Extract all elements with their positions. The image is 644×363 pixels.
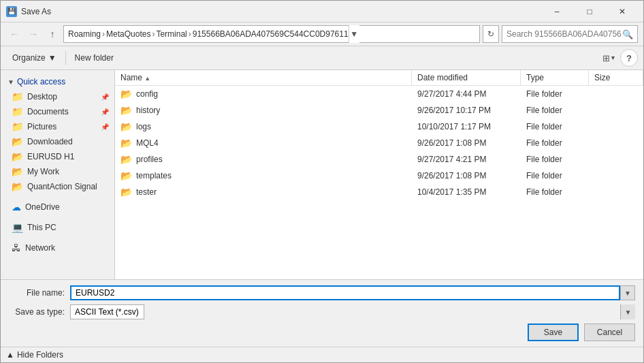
- file-size: [589, 125, 643, 128]
- table-row[interactable]: 📂 templates 9/26/2017 1:08 PM File folde…: [115, 168, 643, 184]
- breadcrumb-dropdown[interactable]: ▼: [349, 25, 359, 43]
- sidebar: ▼ Quick access 📁 Desktop 📌 📁 Documents 📌…: [1, 70, 115, 279]
- file-date: 10/10/2017 1:17 PM: [412, 121, 521, 133]
- savetype-arrow-icon: ▼: [620, 304, 635, 319]
- organize-label: Organize: [12, 53, 46, 63]
- breadcrumb-roaming: Roaming: [68, 29, 101, 39]
- quick-access-arrow: ▼: [7, 78, 14, 86]
- sidebar-divider-1: [1, 194, 114, 200]
- filename-input[interactable]: [70, 285, 620, 300]
- file-list-header: Name ▲ Date modified Type Size: [115, 70, 643, 86]
- quick-access-header[interactable]: ▼ Quick access: [1, 73, 114, 89]
- sidebar-item-desktop[interactable]: 📁 Desktop 📌: [1, 89, 114, 104]
- pictures-folder-icon: 📁: [12, 121, 23, 132]
- forward-button[interactable]: →: [25, 26, 42, 42]
- savetype-wrapper: ASCII Text (*.csv) ▼: [70, 304, 635, 319]
- file-name: tester: [136, 187, 157, 197]
- file-list: Name ▲ Date modified Type Size 📂 config: [115, 70, 643, 279]
- search-icon: 🔍: [622, 29, 633, 40]
- file-name: templates: [136, 171, 172, 180]
- sidebar-item-onedrive[interactable]: ☁ OneDrive: [1, 200, 114, 215]
- refresh-button[interactable]: ↻: [483, 25, 499, 43]
- file-date: 9/26/2017 1:08 PM: [412, 137, 521, 149]
- sidebar-item-network[interactable]: 🖧 Network: [1, 240, 114, 255]
- table-row[interactable]: 📂 MQL4 9/26/2017 1:08 PM File folder: [115, 135, 643, 151]
- breadcrumb-guid: 915566BA06ADA407569C544CC0D97611: [193, 29, 349, 39]
- save-as-dialog: 💾 Save As – □ ✕ ← → ↑ Roaming › MetaQuot…: [0, 0, 644, 363]
- close-button[interactable]: ✕: [607, 1, 638, 22]
- quantaction-folder-icon: 📂: [12, 181, 23, 192]
- new-folder-button[interactable]: New folder: [69, 51, 120, 65]
- file-date: 9/27/2017 4:21 PM: [412, 153, 521, 165]
- table-row[interactable]: 📂 history 9/26/2017 10:17 PM File folder: [115, 102, 643, 119]
- sidebar-item-thispc[interactable]: 💻 This PC: [1, 220, 114, 235]
- title-bar-controls: – □ ✕: [541, 1, 638, 22]
- file-type: File folder: [521, 153, 589, 165]
- help-button[interactable]: ?: [620, 49, 638, 67]
- file-size: [589, 142, 643, 144]
- sidebar-item-quantaction[interactable]: 📂 QuantAction Signal: [1, 179, 114, 194]
- search-bar[interactable]: 🔍: [502, 25, 638, 43]
- organize-button[interactable]: Organize ▼: [6, 51, 63, 65]
- table-row[interactable]: 📂 logs 10/10/2017 1:17 PM File folder: [115, 119, 643, 135]
- table-row[interactable]: 📂 profiles 9/27/2017 4:21 PM File folder: [115, 151, 643, 168]
- file-type: File folder: [521, 137, 589, 149]
- search-input[interactable]: [506, 29, 622, 39]
- sidebar-item-mywork[interactable]: 📂 My Work: [1, 164, 114, 179]
- eurusd-folder-icon: 📂: [12, 151, 23, 162]
- folder-icon: 📂: [120, 138, 132, 148]
- sidebar-item-pictures[interactable]: 📁 Pictures 📌: [1, 119, 114, 134]
- file-type: File folder: [521, 170, 589, 182]
- network-icon: 🖧: [12, 242, 21, 253]
- title-bar: 💾 Save As – □ ✕: [1, 1, 643, 22]
- file-type: File folder: [521, 104, 589, 116]
- sidebar-item-downloaded[interactable]: 📂 Downloaded: [1, 134, 114, 149]
- minimize-button[interactable]: –: [541, 1, 573, 22]
- window-title: Save As: [21, 7, 541, 16]
- back-button[interactable]: ←: [6, 26, 22, 42]
- file-type: File folder: [521, 186, 589, 198]
- up-button[interactable]: ↑: [44, 26, 61, 42]
- file-type: File folder: [521, 121, 589, 133]
- sidebar-item-documents[interactable]: 📁 Documents 📌: [1, 104, 114, 119]
- quantaction-label: QuantAction Signal: [27, 182, 97, 191]
- breadcrumb-metaquotes: MetaQuotes: [106, 29, 150, 39]
- pictures-label: Pictures: [27, 122, 57, 131]
- column-header-type[interactable]: Type: [521, 70, 589, 85]
- cancel-button[interactable]: Cancel: [584, 323, 635, 341]
- column-header-date[interactable]: Date modified: [412, 70, 521, 85]
- save-button[interactable]: Save: [528, 323, 579, 341]
- mywork-folder-icon: 📂: [12, 166, 23, 177]
- view-button[interactable]: ⊞ ▼: [601, 50, 617, 66]
- file-name: logs: [136, 122, 151, 131]
- column-header-name[interactable]: Name ▲: [115, 70, 412, 85]
- eurusd-label: EURUSD H1: [27, 152, 74, 161]
- window-icon: 💾: [6, 6, 17, 17]
- table-row[interactable]: 📂 config 9/27/2017 4:44 PM File folder: [115, 86, 643, 102]
- column-header-size[interactable]: Size: [589, 70, 643, 85]
- address-bar: ← → ↑ Roaming › MetaQuotes › Terminal › …: [1, 22, 643, 46]
- file-date: 9/26/2017 1:08 PM: [412, 170, 521, 182]
- sidebar-item-eurusd[interactable]: 📂 EURUSD H1: [1, 149, 114, 164]
- filename-dropdown-arrow[interactable]: ▼: [620, 285, 635, 300]
- hide-folders-row: ▲ Hide Folders: [1, 347, 643, 362]
- savetype-select[interactable]: ASCII Text (*.csv): [70, 304, 144, 319]
- documents-folder-icon: 📁: [12, 106, 23, 117]
- organize-arrow: ▼: [48, 53, 57, 63]
- hide-folders-button[interactable]: ▲ Hide Folders: [6, 350, 63, 360]
- documents-label: Documents: [27, 107, 69, 116]
- hide-folders-arrow-icon: ▲: [6, 350, 14, 360]
- bottom-area: File name: ▼ Save as type: ASCII Text (*…: [1, 279, 643, 347]
- file-name: history: [136, 106, 160, 115]
- file-size: [589, 158, 643, 161]
- maximize-button[interactable]: □: [574, 1, 605, 22]
- thispc-icon: 💻: [12, 222, 23, 233]
- table-row[interactable]: 📂 tester 10/4/2017 1:35 PM File folder: [115, 184, 643, 200]
- network-label: Network: [25, 243, 55, 253]
- file-rows-container: 📂 config 9/27/2017 4:44 PM File folder 📂…: [115, 86, 643, 200]
- breadcrumb[interactable]: Roaming › MetaQuotes › Terminal › 915566…: [63, 25, 480, 43]
- file-size: [589, 93, 643, 95]
- savetype-label: Save as type:: [9, 307, 70, 317]
- onedrive-icon: ☁: [12, 202, 21, 212]
- file-name: config: [136, 89, 158, 99]
